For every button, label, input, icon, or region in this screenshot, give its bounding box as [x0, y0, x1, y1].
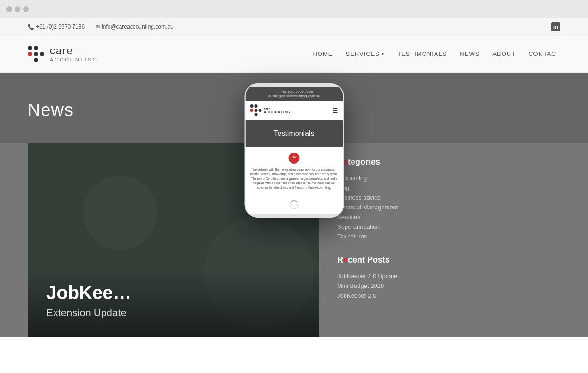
p-dot-9 — [258, 113, 261, 116]
article-overlay: JobKee… Extension Update — [28, 269, 319, 337]
main-nav: care ACCOUNTING HOME SERVICES TESTIMONIA… — [0, 36, 588, 73]
phone-modal-number-text: +61 (0)2 9970 7186 — [281, 90, 313, 94]
categories-highlight: a — [343, 157, 348, 166]
post-mini-budget[interactable]: Mini Budget 2020 — [337, 281, 560, 291]
linkedin-icon[interactable]: in — [551, 22, 560, 31]
phone-modal-email: ✉ info@careaccounting.com.au — [250, 94, 338, 98]
logo-dot-2 — [34, 46, 38, 50]
logo-dot-6 — [40, 52, 44, 56]
browser-chrome — [0, 0, 588, 18]
p-dot-3 — [258, 104, 261, 108]
categories-heading: Categories — [337, 157, 560, 167]
category-blog[interactable]: Blog — [337, 183, 560, 193]
browser-dot-yellow — [15, 6, 20, 12]
recent-posts-heading: Recent Posts — [337, 255, 560, 265]
nav-testimonials[interactable]: TESTIMONIALS — [397, 50, 447, 57]
categories-section: Categories Accounting Blog Business advi… — [337, 157, 560, 241]
category-tax-returns[interactable]: Tax returns — [337, 232, 560, 241]
sidebar: Categories Accounting Blog Business advi… — [337, 143, 560, 337]
category-financial-management[interactable]: Financial Management — [337, 202, 560, 212]
phone-accounting-text: ACCOUNTING — [264, 110, 290, 114]
logo-dot-5 — [34, 52, 38, 56]
recent-posts-section: Recent Posts JobKeeper 2.0 Update Mini B… — [337, 255, 560, 300]
phone-testimonials-title: Testimonials — [250, 129, 338, 138]
email-icon: ✉ — [96, 24, 100, 30]
p-dot-6 — [258, 109, 261, 112]
phone-device[interactable]: 📞 +61 (0)2 9970 7186 ✉ info@careaccounti… — [244, 83, 344, 218]
logo-accounting: ACCOUNTING — [50, 57, 98, 62]
phone-modal-number: 📞 +61 (0)2 9970 7186 — [250, 90, 338, 94]
phone-loading — [245, 196, 343, 214]
nav-services[interactable]: SERVICES — [346, 50, 384, 57]
logo-dot-9 — [40, 58, 44, 62]
browser-dots — [6, 6, 29, 12]
p-dot-1 — [250, 104, 253, 108]
nav-about[interactable]: ABOUT — [492, 50, 515, 57]
category-superannuation[interactable]: Superannuation — [337, 222, 560, 232]
logo-dot-3 — [40, 46, 44, 50]
phone-testimonials-section: Testimonials — [245, 120, 343, 147]
p-dot-8 — [254, 113, 257, 116]
phone-logo-text: care ACCOUNTING — [264, 107, 290, 114]
phone-icon: 📞 — [28, 24, 34, 30]
phone-bottom — [245, 214, 343, 217]
nav-links: HOME SERVICES TESTIMONIALS NEWS ABOUT CO… — [313, 50, 560, 57]
phone-number: +61 (0)2 9970 7186 — [36, 24, 85, 30]
article-title-ellipsis: e… — [103, 282, 131, 303]
nav-home[interactable]: HOME — [313, 50, 333, 57]
p-dot-7 — [250, 113, 253, 116]
phone-nav-bar: care ACCOUNTING ☰ — [245, 101, 343, 120]
quote-icon: ❝ — [289, 153, 300, 164]
hamburger-icon[interactable]: ☰ — [332, 107, 338, 114]
logo-dot-1 — [28, 46, 32, 50]
browser-dot-red — [6, 6, 12, 12]
logo-dot-8 — [34, 58, 38, 62]
logo-dot-4 — [28, 52, 32, 56]
site-wrapper: 📞 +61 (0)2 9970 7186 ✉ info@careaccounti… — [0, 18, 588, 373]
phone-top-bar: 📞 +61 (0)2 9970 7186 ✉ info@careaccounti… — [245, 87, 343, 101]
loading-spinner — [290, 200, 299, 209]
email-contact: ✉ info@careaccounting.com.au — [96, 24, 174, 30]
logo-area[interactable]: care ACCOUNTING — [28, 45, 98, 62]
category-services[interactable]: Services — [337, 212, 560, 222]
browser-dot-green — [23, 6, 29, 12]
article-title-text: JobKe — [46, 282, 103, 303]
phone-logo-dots — [250, 104, 261, 116]
svg-point-2 — [83, 176, 157, 250]
main-content: JobKee… Extension Update Categories Acco… — [0, 143, 588, 337]
post-jobkeeper[interactable]: JobKeeper 2.0 — [337, 291, 560, 300]
p-dot-5 — [254, 109, 257, 112]
logo-text: care ACCOUNTING — [50, 45, 98, 62]
logo-dot-7 — [28, 58, 32, 62]
nav-contact[interactable]: CONTACT — [528, 50, 560, 57]
category-business-advice[interactable]: Business advice — [337, 193, 560, 202]
p-dot-2 — [254, 104, 257, 108]
p-dot-4 — [250, 109, 253, 112]
phone-modal-email-text: info@careaccounting.com.au — [272, 94, 320, 98]
logo-care: care — [50, 45, 98, 56]
top-bar: 📞 +61 (0)2 9970 7186 ✉ info@careaccounti… — [0, 18, 588, 36]
nav-news[interactable]: NEWS — [460, 50, 479, 57]
category-accounting[interactable]: Accounting — [337, 173, 560, 183]
phone-quote-text: We've been with Bernie for a few years n… — [250, 167, 338, 190]
phone-logo: care ACCOUNTING — [250, 104, 290, 116]
top-bar-right: in — [551, 22, 560, 31]
article-subtitle: Extension Update — [46, 307, 300, 319]
post-jobkeeper-update[interactable]: JobKeeper 2.0 Update — [337, 271, 560, 281]
phone-contact: 📞 +61 (0)2 9970 7186 — [28, 24, 85, 30]
phone-content: ❝ We've been with Bernie for a few years… — [245, 147, 343, 196]
top-bar-left: 📞 +61 (0)2 9970 7186 ✉ info@careaccounti… — [28, 24, 174, 30]
logo-dots — [28, 46, 44, 62]
email-address: info@careaccounting.com.au — [102, 24, 174, 30]
article-title: JobKee… — [46, 282, 300, 303]
